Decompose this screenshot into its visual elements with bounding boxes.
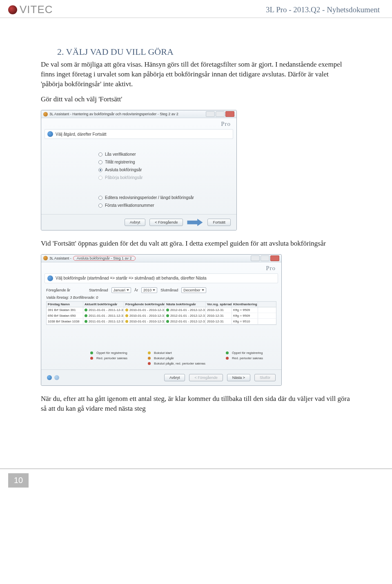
cell-client: Kftg = 9510 [232,319,258,324]
radio-icon [98,176,102,180]
radio-allow-registration[interactable]: Tillåt registrering [98,160,228,164]
radio-label: Tillåt registrering [105,160,135,164]
close-button[interactable] [225,111,234,117]
status-dot-icon [226,351,229,354]
paragraph: De val som är möjliga att göra visas. Hä… [41,60,351,89]
status-icon [54,375,59,380]
status-dot-icon [166,309,169,311]
brand-name: VITEC [20,3,53,16]
previous-button[interactable]: < Föregående [149,219,183,226]
status-legend: Öppet för registrering Red. perioder sak… [41,327,281,369]
minimize-button[interactable] [206,111,215,117]
col-header: Aktuellt bokföringsår [83,302,124,307]
companies-table: Företag Namn Aktuellt bokföringsår Föreg… [46,301,276,325]
radio-label: Första verifikationsnummer [105,203,154,208]
status-dot-icon [148,357,151,360]
end-month-label: Slutmånad [160,288,178,292]
status-dot-icon [125,309,128,311]
page-footer: 10 [0,468,392,496]
cancel-button[interactable]: Avbryt [164,374,185,381]
brand-logo-icon [8,5,17,14]
col-header: Klienthantering [232,302,258,307]
radio-label: Påbörja bokföringsår [105,175,143,180]
status-dot-icon [166,320,169,323]
window-title: 3L Assistant - Hantering av bokföringsår… [49,112,178,116]
minimize-button[interactable] [251,255,260,261]
radio-edit-periods[interactable]: Editera redovisningsperioder / längd bok… [98,195,228,200]
radio-icon [98,196,102,200]
cell-name: 1038 Brf Skatan 1038 [47,319,83,324]
window-controls [251,255,279,261]
cell-current: 2011-01-01 - 2011-12-31 [89,314,124,318]
cell-prev: 2010-01-01 - 2010-12-31 [129,308,165,312]
close-button[interactable] [270,255,279,261]
help-icon[interactable] [47,375,52,380]
select-value: 2010 [143,288,151,292]
radio-label: Editera redovisningsperioder / längd bok… [105,195,194,200]
info-bar: Välj bokföringsår (startmånad => startår… [45,273,278,283]
legend-item: Red. perioder saknas [226,356,263,360]
filter-row: Föregående år Startmånad Januari År 2010… [41,285,281,295]
table-row[interactable]: 650 Brf Skatan 650 2011-01-01 - 2011-12-… [47,313,276,319]
product-brand: Pro [41,118,236,128]
cell-prev: 2010-01-01 - 2010-12-31 [129,314,165,318]
radio-start-fiscal-year: Påbörja bokföringsår [98,175,228,180]
radio-group: Lås verifikationer Tillåt registrering A… [41,141,236,214]
arrow-callout-icon [187,219,203,226]
chevron-down-icon [127,289,129,291]
page-content: 2. VÄLJ VAD DU VILL GÖRA De val som är m… [0,18,392,436]
chevron-down-icon [153,289,155,291]
continue-button[interactable]: Fortsätt [207,219,231,226]
table-row[interactable]: 391 Brf Skatan 391 2011-01-01 - 2011-12-… [47,307,276,313]
cell-next: 2012-01-01 - 2012-12-31 [170,314,206,318]
radio-close-fiscal-year[interactable]: Avsluta bokföringsår [98,168,228,172]
cancel-button[interactable]: Avbryt [125,219,145,226]
section-heading: 2. VÄLJ VAD DU VILL GÖRA [57,47,351,57]
window-title-prefix: 3L Assistant - [49,256,71,260]
year-select[interactable]: 2010 [141,287,157,293]
legend-item: Öppet för registrering [226,351,263,355]
col-header: Företag Namn [47,302,83,307]
select-value: Januari [114,288,126,292]
wizard-footer: Avbryt < Föregående Nästa > Slutför [41,369,281,385]
app-icon [43,112,48,116]
radio-icon [98,160,102,164]
window-titlebar: 3L Assistant - Hantering av bokföringsår… [41,110,236,118]
radio-first-voucher-number[interactable]: Första verifikationsnummer [98,203,228,208]
radio-icon [98,204,102,208]
info-icon [47,131,53,137]
maximize-button[interactable] [216,111,225,117]
cell-next: 2012-01-01 - 2012-12-31 [170,320,206,323]
cell-current: 2011-01-01 - 2011-12-31 [89,308,124,312]
maximize-button[interactable] [261,255,270,261]
start-month-label: Startmånad [89,288,108,292]
prev-year-label: Föregående år [46,288,70,292]
start-month-select[interactable]: Januari [111,287,131,293]
finish-button: Slutför [254,374,276,381]
end-month-select[interactable]: December [181,287,206,293]
product-brand: Pro [41,262,281,272]
previous-button: < Föregående [189,374,223,381]
radio-label: Lås verifikationer [105,152,136,157]
cell-next: 2012-01-01 - 2012-12-31 [170,308,206,312]
selection-summary: Valda företag: 3 Bortfiltrerade: 0 [41,295,281,301]
table-row[interactable]: 1038 Brf Skatan 1038 2011-01-01 - 2011-1… [47,319,276,324]
paragraph: Vid 'Fortsätt' öppnas guiden för det du … [41,239,351,248]
year-label: År [134,288,138,292]
legend-item: Bokslut klart [148,351,205,355]
chevron-down-icon [202,289,204,291]
status-dot-icon [85,320,87,323]
page-number: 10 [8,473,29,488]
col-header: Ver.reg. spärrad t o m [206,302,232,307]
status-dot-icon [148,351,151,354]
cell-client: Kftg = 9509 [232,307,258,313]
radio-icon [98,152,102,157]
next-button[interactable]: Nästa > [227,374,250,381]
status-dot-icon [90,351,93,354]
cell-client: Kftg = 9509 [232,313,258,318]
status-dot-icon [125,314,128,317]
cell-locked: 2010-12-31 [206,307,232,313]
cell-locked: 2010-12-31 [206,319,232,324]
radio-lock-verifications[interactable]: Lås verifikationer [98,152,228,157]
cell-locked: 2010-12-31 [206,313,232,318]
